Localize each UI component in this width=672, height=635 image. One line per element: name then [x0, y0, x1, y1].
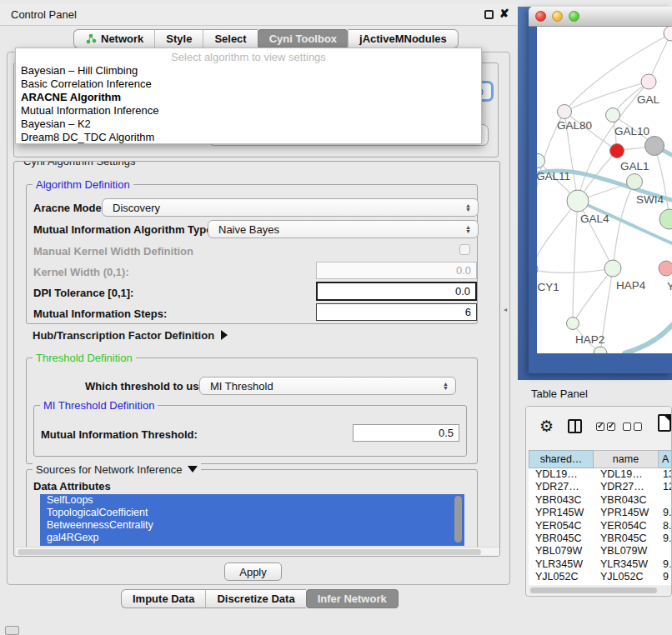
- node-gal10[interactable]: [606, 108, 620, 122]
- table-row[interactable]: YLR345WYLR345W9.: [529, 558, 672, 571]
- node-bottom[interactable]: [594, 347, 607, 353]
- network-edge-thick: [624, 325, 672, 353]
- table-row[interactable]: YER054CYER054C8.: [529, 520, 672, 532]
- which-threshold-label: Which threshold to use:: [85, 380, 208, 392]
- node-red[interactable]: [610, 144, 624, 158]
- tab-cyni-toolbox[interactable]: Cyni Toolbox: [258, 29, 348, 48]
- node-gal11[interactable]: [537, 154, 545, 168]
- dpi-tolerance-field[interactable]: [316, 282, 477, 301]
- node-swi4[interactable]: [627, 174, 643, 190]
- which-threshold-combo[interactable]: MI Threshold ▲▼: [199, 377, 456, 395]
- tab-select[interactable]: Select: [203, 29, 257, 48]
- list-scrollbar[interactable]: [454, 496, 462, 542]
- aracne-mode-combo[interactable]: Discovery ▲▼: [102, 198, 479, 217]
- settings-horizontal-scrollbar[interactable]: [16, 547, 499, 556]
- attribute-item[interactable]: TopologicalCoefficient: [40, 507, 464, 519]
- node-gray[interactable]: [645, 137, 664, 156]
- dropdown-item[interactable]: Basic Correlation Inference: [16, 78, 481, 91]
- cell-num: 9.: [659, 507, 672, 519]
- hub-definition-toggle[interactable]: Hub/Transcription Factor Definition: [33, 329, 228, 342]
- dropdown-item[interactable]: ARACNE Algorithm: [16, 91, 481, 104]
- dropdown-item[interactable]: Bayesian – Hill Climbing: [16, 64, 481, 78]
- cell-name: YBR045C: [594, 532, 659, 545]
- hub-definition-label: Hub/Transcription Factor Definition: [33, 329, 214, 342]
- column-header-name[interactable]: name: [594, 450, 659, 468]
- column-header-partial[interactable]: A: [659, 450, 672, 468]
- network-window-titlebar[interactable]: [529, 7, 672, 27]
- table-row[interactable]: YPR145WYPR145W9.: [529, 507, 672, 519]
- table-row[interactable]: YBR045CYBR045C9.: [529, 532, 672, 545]
- node-topright[interactable]: [664, 27, 672, 41]
- attribute-item[interactable]: BetweennessCentrality: [40, 519, 464, 532]
- tab-impute-data[interactable]: Impute Data: [121, 589, 205, 608]
- network-icon: [85, 33, 97, 45]
- manual-kernel-checkbox[interactable]: [459, 244, 470, 255]
- gear-icon[interactable]: ⚙: [539, 417, 554, 436]
- tab-style[interactable]: Style: [154, 29, 203, 48]
- scrollbar-thumb[interactable]: [18, 549, 481, 555]
- mi-threshold-title: MI Threshold Definition: [40, 399, 158, 412]
- algorithm-definition-group: Algorithm Definition Aracne Mode: Discov…: [26, 184, 478, 324]
- cell-num: 12: [659, 481, 672, 493]
- cell-name: YER054C: [594, 520, 659, 532]
- dropdown-item[interactable]: Mutual Information Inference: [16, 104, 481, 118]
- close-icon[interactable]: ✘: [499, 7, 509, 20]
- tab-label: Select: [214, 32, 246, 45]
- scrollbar-thumb[interactable]: [530, 588, 657, 593]
- cell-shared: YLR345W: [529, 558, 594, 571]
- table-row[interactable]: YJL052CYJL052C9: [529, 571, 672, 583]
- kernel-width-field[interactable]: [316, 262, 477, 279]
- zoom-window-icon[interactable]: [569, 11, 579, 22]
- table-row[interactable]: YDR27…YDR27…12: [529, 481, 672, 493]
- table-row[interactable]: YBR043CYBR043C: [529, 494, 672, 507]
- network-edge: [649, 33, 671, 82]
- page-icon[interactable]: [658, 414, 671, 432]
- tab-jactivemnodules[interactable]: jActiveMNodules: [348, 29, 459, 48]
- attribute-item[interactable]: SelfLoops: [40, 494, 464, 507]
- tab-network[interactable]: Network: [73, 29, 154, 48]
- apply-button[interactable]: Apply: [224, 562, 282, 581]
- node-pink-right[interactable]: [659, 261, 672, 276]
- columns-icon[interactable]: [568, 419, 582, 433]
- cell-name: YJL052C: [594, 571, 659, 583]
- table-row[interactable]: YDL19…YDL19…13: [529, 468, 672, 481]
- table-horizontal-scrollbar[interactable]: [529, 586, 672, 594]
- minimize-window-icon[interactable]: [552, 11, 563, 22]
- mi-type-value: Naive Bayes: [218, 223, 279, 236]
- cell-shared: YBL079W: [529, 545, 594, 558]
- table-row[interactable]: YBL079WYBL079W: [529, 545, 672, 558]
- cell-name: YBL079W: [594, 545, 659, 558]
- aracne-mode-value: Discovery: [113, 202, 160, 214]
- network-canvas[interactable]: GALGAL80GAL10GAL1GAL11SWI4GAL4GCY1HAP4YH…: [537, 27, 672, 353]
- node-right-green[interactable]: [659, 209, 672, 229]
- dropdown-item[interactable]: Dream8 DC_TDC Algorithm: [16, 131, 481, 144]
- mi-steps-field[interactable]: [316, 303, 477, 321]
- node-gal4[interactable]: [567, 190, 589, 212]
- mi-threshold-field[interactable]: [353, 424, 459, 442]
- tab-discretize-data[interactable]: Discretize Data: [205, 589, 305, 608]
- tab-label: Network: [101, 32, 143, 45]
- dropdown-item[interactable]: Bayesian – K2: [16, 118, 481, 131]
- column-header-shared[interactable]: shared…: [529, 450, 594, 468]
- node-hap2[interactable]: [567, 318, 579, 330]
- cell-shared: YPR145W: [529, 507, 594, 519]
- node-hap4[interactable]: [604, 260, 621, 277]
- kernel-width-label: Kernel Width (0,1):: [33, 266, 129, 278]
- close-window-icon[interactable]: [535, 11, 546, 22]
- checked-boxes-icon[interactable]: [596, 422, 615, 431]
- node-gcy1[interactable]: [537, 262, 538, 276]
- node-label-swi4: SWI4: [636, 193, 664, 206]
- node-gal80[interactable]: [558, 105, 572, 119]
- cell-num: [659, 494, 672, 507]
- data-attributes-list[interactable]: SelfLoopsTopologicalCoefficientBetweenne…: [40, 494, 464, 546]
- node-pink-upper[interactable]: [641, 74, 656, 89]
- split-pane-handle[interactable]: ◂: [504, 306, 507, 313]
- node-label-hap4: HAP4: [616, 279, 646, 292]
- mi-type-combo[interactable]: Naive Bayes ▲▼: [208, 220, 479, 238]
- minimized-panel-button[interactable]: [5, 626, 19, 635]
- tab-infer-network[interactable]: Infer Network: [306, 589, 399, 608]
- unchecked-boxes-icon[interactable]: [623, 422, 642, 431]
- float-panel-icon[interactable]: [484, 10, 494, 19]
- attribute-item[interactable]: gal4RGexp: [40, 532, 464, 544]
- sources-title[interactable]: Sources for Network Inference: [33, 463, 201, 476]
